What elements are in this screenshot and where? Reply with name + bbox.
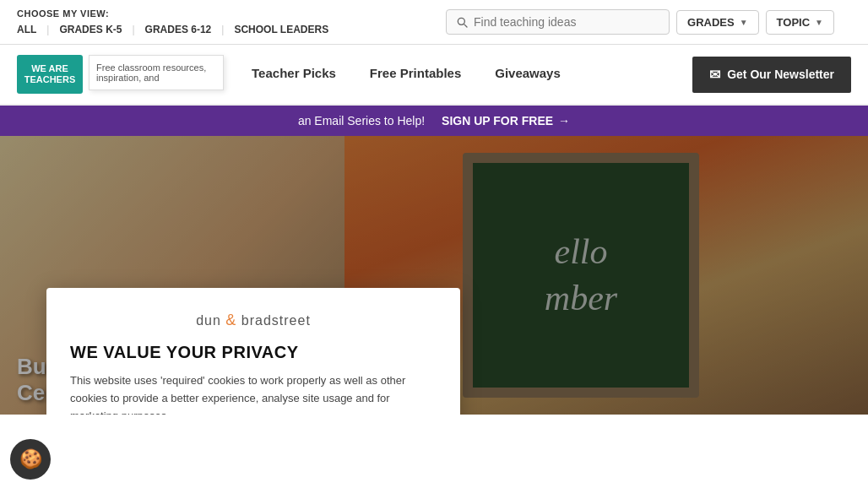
- cookie-icon: 🍪: [19, 448, 42, 470]
- nav-bar: WE ARE TEACHERS Free classroom resources…: [0, 45, 868, 106]
- view-grades-k5[interactable]: GRADES K-5: [59, 24, 122, 35]
- cookie-title: WE VALUE YOUR PRIVACY: [70, 343, 437, 362]
- topic-chevron-icon: ▼: [815, 18, 823, 27]
- nav-giveaways[interactable]: Giveaways: [478, 44, 578, 105]
- grades-chevron-icon: ▼: [740, 18, 748, 27]
- top-bar: CHOOSE MY VIEW: ALL | GRADES K-5 | GRADE…: [0, 0, 868, 45]
- choose-view: CHOOSE MY VIEW: ALL | GRADES K-5 | GRADE…: [17, 8, 328, 35]
- search-input-wrap: [446, 9, 670, 35]
- email-icon: ✉: [709, 67, 720, 83]
- grades-dropdown[interactable]: GRADES ▼: [676, 10, 759, 35]
- sign-up-link[interactable]: SIGN UP FOR FREE →: [442, 114, 570, 127]
- nav-teacher-picks[interactable]: Teacher Picks: [235, 44, 353, 105]
- promo-banner: an Email Series to Help! SIGN UP FOR FRE…: [0, 106, 868, 136]
- dun-ampersand: &: [225, 312, 236, 328]
- logo-wrap: WE ARE TEACHERS Free classroom resources…: [17, 55, 83, 94]
- choose-view-label: CHOOSE MY VIEW:: [17, 8, 328, 19]
- logo-tooltip: Free classroom resources, inspiration, a…: [89, 55, 224, 90]
- search-input[interactable]: [474, 15, 660, 29]
- hero-section: ellomber But May Need to Celeb... dun & …: [0, 136, 868, 415]
- promo-text: an Email Series to Help!: [298, 114, 425, 127]
- cookie-body-1: This website uses 'required' cookies to …: [70, 372, 437, 415]
- newsletter-button[interactable]: ✉ Get Our Newsletter: [692, 57, 851, 93]
- arrow-icon: →: [558, 114, 570, 127]
- view-school-leaders[interactable]: SCHOOL LEADERS: [234, 24, 328, 35]
- topic-dropdown[interactable]: TOPIC ▼: [766, 10, 834, 35]
- search-bar: GRADES ▼ TOPIC ▼: [446, 9, 834, 35]
- cookie-modal: dun & bradstreet WE VALUE YOUR PRIVACY T…: [46, 288, 460, 415]
- cookie-settings-ball[interactable]: 🍪: [10, 439, 51, 480]
- nav-free-printables[interactable]: Free Printables: [353, 44, 478, 105]
- view-links: ALL | GRADES K-5 | GRADES 6-12 | SCHOOL …: [17, 24, 328, 35]
- search-icon: [455, 15, 469, 29]
- dun-logo-text: dun & bradstreet: [196, 312, 311, 329]
- dun-bradstreet-logo: dun & bradstreet: [70, 312, 437, 329]
- view-all[interactable]: ALL: [17, 24, 36, 35]
- site-logo[interactable]: WE ARE TEACHERS: [17, 55, 83, 94]
- cookie-overlay: dun & bradstreet WE VALUE YOUR PRIVACY T…: [0, 136, 868, 415]
- view-grades-612[interactable]: GRADES 6-12: [145, 24, 212, 35]
